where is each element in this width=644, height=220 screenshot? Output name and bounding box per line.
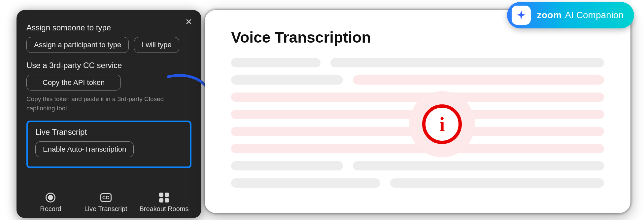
placeholder-lines: i xyxy=(231,58,604,188)
copy-api-token-button[interactable]: Copy the API token xyxy=(26,75,121,91)
live-transcript-label: Live Transcript xyxy=(84,205,127,213)
ai-companion-label: AI Companion xyxy=(565,10,624,20)
grid-icon xyxy=(158,192,170,203)
assign-section-title: Assign someone to type xyxy=(26,23,191,32)
voice-transcription-title: Voice Transcription xyxy=(231,28,604,46)
i-will-type-button[interactable]: I will type xyxy=(134,37,179,53)
assign-participant-button[interactable]: Assign a participant to type xyxy=(26,37,129,53)
close-button[interactable]: ✕ xyxy=(184,17,193,26)
breakout-label: Breakout Rooms xyxy=(140,205,189,213)
toolbar-record[interactable]: Record xyxy=(29,192,72,213)
cc-icon: CC xyxy=(100,192,112,203)
toolbar-live-transcript[interactable]: CC Live Transcript xyxy=(84,192,127,213)
ai-companion-pill[interactable]: zoom AI Companion xyxy=(507,2,634,28)
cc-section-title: Use a 3rd-party CC service xyxy=(26,61,191,70)
info-icon: i xyxy=(422,104,462,144)
ai-brand-text: zoom xyxy=(537,10,561,20)
enable-auto-transcription-button[interactable]: Enable Auto-Transcription xyxy=(35,141,134,157)
voice-transcription-card: Voice Transcription i xyxy=(205,10,630,213)
record-label: Record xyxy=(40,205,61,213)
info-bubble: i xyxy=(409,91,475,157)
toolbar-breakout-rooms[interactable]: Breakout Rooms xyxy=(140,192,189,213)
sparkle-icon xyxy=(512,6,531,25)
record-icon xyxy=(45,192,56,203)
close-icon: ✕ xyxy=(185,18,192,26)
meeting-toolbar: Record CC Live Transcript Breakout Rooms xyxy=(17,188,201,218)
live-transcript-title: Live Transcript xyxy=(35,128,183,137)
